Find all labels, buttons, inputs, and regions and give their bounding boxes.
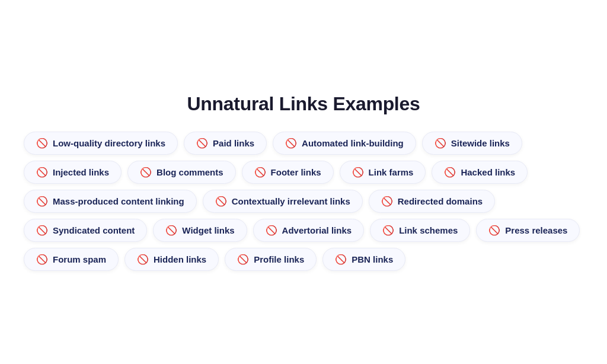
tag-blog-comments: 🚫Blog comments [127,161,236,184]
tag-link-farms: 🚫Link farms [340,161,426,184]
ban-icon-footer-links: 🚫 [254,168,266,177]
tag-label-mass-produced-content: Mass-produced content linking [53,196,184,206]
ban-icon-link-farms: 🚫 [352,168,364,177]
ban-icon-advertorial-links: 🚫 [266,226,277,235]
tag-label-forum-spam: Forum spam [53,254,106,264]
ban-icon-link-schemes: 🚫 [382,226,394,235]
tag-automated-link-building: 🚫Automated link-building [273,132,416,155]
tag-advertorial-links: 🚫Advertorial links [253,219,365,242]
ban-icon-pbn-links: 🚫 [335,255,347,264]
ban-icon-hidden-links: 🚫 [137,255,149,264]
ban-icon-contextually-irrelevant: 🚫 [215,197,227,206]
ban-icon-blog-comments: 🚫 [140,168,152,177]
tag-press-releases: 🚫Press releases [476,219,580,242]
ban-icon-low-quality-directory: 🚫 [36,139,48,148]
ban-icon-press-releases: 🚫 [488,226,500,235]
ban-icon-syndicated-content: 🚫 [36,226,48,235]
tag-paid-links: 🚫Paid links [184,132,267,155]
tag-syndicated-content: 🚫Syndicated content [24,219,147,242]
tag-label-link-schemes: Link schemes [399,225,458,235]
page-title: Unnatural Links Examples [187,93,420,115]
tag-label-footer-links: Footer links [271,167,321,177]
tag-link-schemes: 🚫Link schemes [370,219,470,242]
ban-icon-redirected-domains: 🚫 [381,197,393,206]
tag-injected-links: 🚫Injected links [24,161,122,184]
tag-label-paid-links: Paid links [213,138,254,148]
ban-icon-hacked-links: 🚫 [444,168,456,177]
tag-label-widget-links: Widget links [182,225,234,235]
ban-icon-sitewide-links: 🚫 [435,139,446,148]
tag-label-profile-links: Profile links [254,254,304,264]
ban-icon-injected-links: 🚫 [36,168,48,177]
tag-footer-links: 🚫Footer links [242,161,334,184]
tag-label-hacked-links: Hacked links [461,167,515,177]
tag-label-automated-link-building: Automated link-building [302,138,404,148]
tag-label-contextually-irrelevant: Contextually irrelevant links [232,196,350,206]
tag-contextually-irrelevant: 🚫Contextually irrelevant links [203,190,363,213]
tag-label-sitewide-links: Sitewide links [451,138,510,148]
tag-low-quality-directory: 🚫Low-quality directory links [24,132,178,155]
tag-pbn-links: 🚫PBN links [322,248,405,271]
ban-icon-paid-links: 🚫 [196,139,208,148]
tag-label-low-quality-directory: Low-quality directory links [53,138,165,148]
tag-profile-links: 🚫Profile links [225,248,317,271]
ban-icon-widget-links: 🚫 [165,226,177,235]
tag-hacked-links: 🚫Hacked links [432,161,528,184]
tag-sitewide-links: 🚫Sitewide links [422,132,522,155]
tag-label-pbn-links: PBN links [352,254,393,264]
ban-icon-forum-spam: 🚫 [36,255,48,264]
tag-label-injected-links: Injected links [53,167,109,177]
tag-forum-spam: 🚫Forum spam [24,248,119,271]
tag-redirected-domains: 🚫Redirected domains [369,190,495,213]
tag-label-advertorial-links: Advertorial links [282,225,352,235]
tag-mass-produced-content: 🚫Mass-produced content linking [24,190,197,213]
tags-container: 🚫Low-quality directory links🚫Paid links🚫… [24,132,583,271]
ban-icon-automated-link-building: 🚫 [285,139,297,148]
tag-label-redirected-domains: Redirected domains [398,196,483,206]
tag-hidden-links: 🚫Hidden links [124,248,219,271]
ban-icon-mass-produced-content: 🚫 [36,197,48,206]
tag-label-hidden-links: Hidden links [154,254,206,264]
tag-label-link-farms: Link farms [369,167,414,177]
tag-widget-links: 🚫Widget links [153,219,247,242]
tag-label-blog-comments: Blog comments [156,167,223,177]
tag-label-syndicated-content: Syndicated content [53,225,135,235]
ban-icon-profile-links: 🚫 [237,255,249,264]
tag-label-press-releases: Press releases [505,225,567,235]
